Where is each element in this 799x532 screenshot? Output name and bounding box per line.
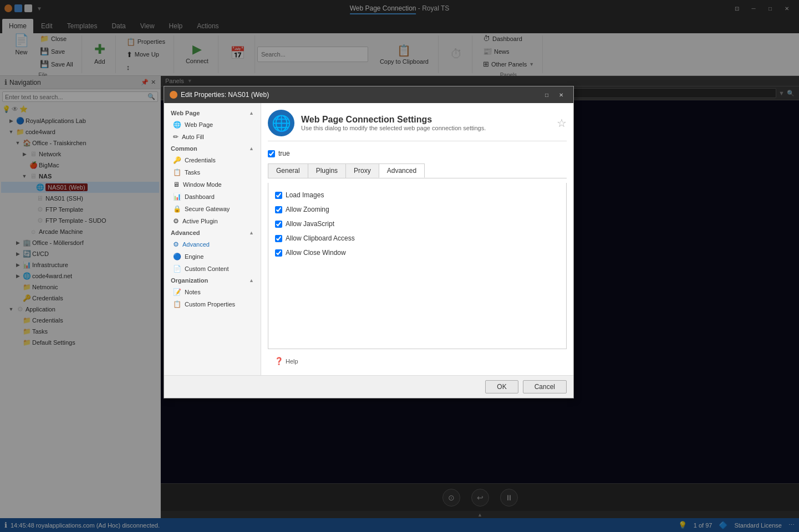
section-label: Advanced: [171, 229, 200, 236]
help-label: Help: [286, 358, 298, 365]
modal-maximize-button[interactable]: □: [540, 90, 553, 100]
modal-titlebar: Edit Properties: NAS01 (Web) □ ✕: [164, 86, 573, 103]
allow-zooming-label: Allow Zooming: [286, 206, 329, 213]
modal-nav-secure-gateway[interactable]: 🔒 Secure Gateway: [164, 203, 261, 215]
load-images-row: Load Images: [275, 190, 559, 201]
modal-nav-advanced[interactable]: ⚙ Advanced: [164, 238, 261, 250]
allow-javascript-label: Allow JavaScript: [286, 220, 334, 228]
nav-label: Advanced: [182, 241, 210, 248]
allow-zooming-checkbox[interactable]: [275, 206, 282, 213]
modal-nav-engine[interactable]: 🔵 Engine: [164, 250, 261, 263]
load-images-checkbox[interactable]: [275, 192, 282, 199]
modal-controls: □ ✕: [540, 90, 568, 100]
allow-javascript-row: Allow JavaScript: [275, 218, 559, 229]
modal-nav-tasks[interactable]: 📋 Tasks: [164, 166, 261, 178]
help-icon: ❓: [274, 357, 283, 365]
tab-proxy[interactable]: Proxy: [345, 163, 379, 178]
modal-overlay: Edit Properties: NAS01 (Web) □ ✕ Web Pag…: [0, 0, 799, 532]
modal-main-content: 🌐 Web Page Connection Settings Use this …: [261, 103, 573, 375]
nav-label: Tasks: [185, 169, 200, 176]
allow-clipboard-checkbox[interactable]: [275, 235, 282, 242]
modal-nav-web-page[interactable]: 🌐 Web Page: [164, 119, 261, 131]
modal-main-title: Web Page Connection Settings: [301, 115, 486, 125]
modal-nav-auto-fill[interactable]: ✏ Auto Fill: [164, 131, 261, 143]
modal-section-web-page[interactable]: Web Page ▲: [164, 108, 261, 119]
dedicated-engine-checkbox[interactable]: [268, 150, 275, 157]
modal-dialog: Edit Properties: NAS01 (Web) □ ✕ Web Pag…: [164, 86, 574, 398]
modal-nav-window-mode[interactable]: 🖥 Window Mode: [164, 178, 261, 191]
dedicated-engine-row: true: [268, 148, 567, 159]
nav-label: Credentials: [185, 157, 216, 163]
nav-label: Secure Gateway: [185, 206, 230, 212]
allow-javascript-checkbox[interactable]: [275, 221, 282, 228]
modal-section-organization[interactable]: Organization ▲: [164, 275, 261, 286]
dedicated-engine-label: true: [278, 150, 290, 157]
nav-label: Notes: [185, 289, 201, 295]
custom-content-icon: 📄: [173, 265, 181, 273]
nav-label: Auto Fill: [182, 134, 204, 140]
allow-close-window-label: Allow Close Window: [286, 249, 346, 257]
modal-help-link[interactable]: ❓ Help: [268, 354, 567, 369]
nav-label: Active Plugin: [182, 218, 218, 224]
load-images-label: Load Images: [286, 191, 324, 199]
window-mode-icon: 🖥: [173, 181, 180, 188]
chevron-icon: ▲: [249, 110, 254, 116]
tab-advanced-content: Load Images Allow Zooming Allow JavaScri…: [268, 183, 567, 349]
allow-clipboard-row: Allow Clipboard Access: [275, 233, 559, 244]
modal-nav-custom-props[interactable]: 📋 Custom Properties: [164, 298, 261, 310]
custom-props-icon: 📋: [173, 300, 181, 308]
allow-close-window-checkbox[interactable]: [275, 249, 282, 257]
nav-label: Custom Properties: [185, 301, 235, 308]
modal-title-text: Edit Properties: NAS01 (Web): [181, 91, 269, 99]
tab-general[interactable]: General: [268, 163, 308, 178]
chevron-icon: ▲: [249, 230, 254, 236]
modal-body: Web Page ▲ 🌐 Web Page ✏ Auto Fill Common…: [164, 103, 573, 375]
tab-advanced[interactable]: Advanced: [379, 163, 425, 178]
modal-section-common[interactable]: Common ▲: [164, 143, 261, 154]
favorite-star-icon[interactable]: ☆: [557, 116, 567, 130]
modal-main-subtitle: Use this dialog to modify the selected w…: [301, 125, 486, 131]
chevron-icon: ▲: [249, 146, 254, 151]
notes-icon: 📝: [173, 288, 181, 296]
modal-header-area: 🌐 Web Page Connection Settings Use this …: [268, 110, 567, 141]
nav-label: Custom Content: [185, 265, 228, 272]
modal-title-area: Web Page Connection Settings Use this di…: [301, 115, 486, 131]
modal-title: Edit Properties: NAS01 (Web): [170, 91, 269, 99]
chevron-icon: ▲: [249, 278, 254, 283]
credentials-nav-icon: 🔑: [173, 156, 181, 164]
cancel-button[interactable]: Cancel: [523, 380, 567, 393]
section-label: Common: [171, 145, 197, 152]
ok-button[interactable]: OK: [485, 380, 518, 393]
engine-icon: 🔵: [173, 253, 181, 260]
modal-footer: OK Cancel: [164, 375, 573, 398]
modal-nav-credentials[interactable]: 🔑 Credentials: [164, 154, 261, 166]
allow-close-window-row: Allow Close Window: [275, 247, 559, 258]
modal-sidebar: Web Page ▲ 🌐 Web Page ✏ Auto Fill Common…: [164, 103, 261, 375]
tasks-nav-icon: 📋: [173, 168, 181, 176]
section-label: Web Page: [171, 110, 200, 116]
nav-label: Engine: [185, 253, 203, 260]
modal-nav-custom-content[interactable]: 📄 Custom Content: [164, 263, 261, 275]
modal-app-icon: [170, 91, 177, 99]
tab-plugins[interactable]: Plugins: [308, 163, 346, 178]
modal-globe-icon: 🌐: [268, 110, 294, 136]
modal-tabs-bar: General Plugins Proxy Advanced: [268, 163, 567, 178]
modal-nav-notes[interactable]: 📝 Notes: [164, 286, 261, 298]
active-plugin-icon: ⚙: [173, 217, 179, 225]
modal-nav-dashboard[interactable]: 📊 Dashboard: [164, 191, 261, 203]
modal-section-advanced[interactable]: Advanced ▲: [164, 227, 261, 238]
nav-label: Window Mode: [183, 181, 222, 188]
nav-label: Dashboard: [185, 193, 215, 200]
web-page-icon: 🌐: [173, 121, 181, 129]
nav-label: Web Page: [185, 121, 213, 128]
secure-gateway-icon: 🔒: [173, 205, 181, 213]
advanced-nav-icon: ⚙: [173, 241, 179, 248]
auto-fill-icon: ✏: [173, 133, 179, 141]
allow-zooming-row: Allow Zooming: [275, 204, 559, 215]
modal-close-button[interactable]: ✕: [554, 90, 568, 100]
allow-clipboard-label: Allow Clipboard Access: [286, 234, 355, 242]
modal-nav-active-plugin[interactable]: ⚙ Active Plugin: [164, 215, 261, 227]
section-label: Organization: [171, 277, 208, 284]
dashboard-nav-icon: 📊: [173, 193, 181, 201]
